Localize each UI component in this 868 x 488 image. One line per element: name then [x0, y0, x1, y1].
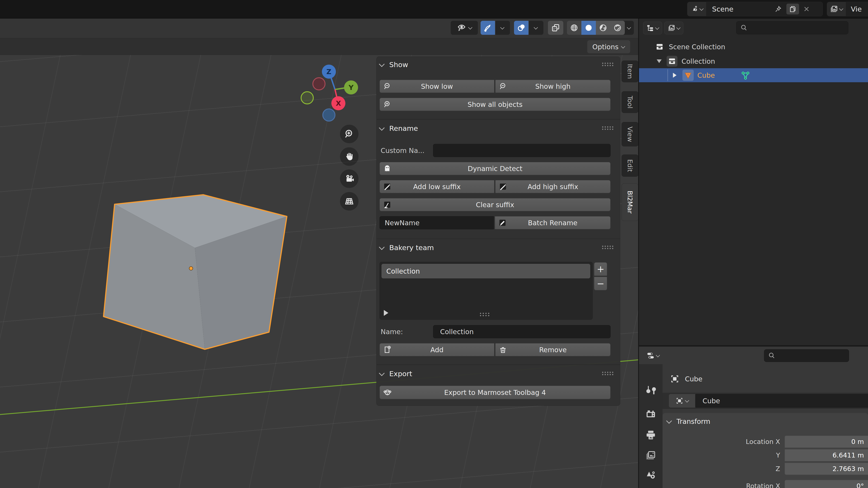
bakery-name-input[interactable]: Collection [433, 325, 611, 338]
view-layer-name[interactable]: Vie [851, 5, 862, 13]
dynamic-detect-button[interactable]: Dynamic Detect [379, 162, 611, 175]
bakery-name-value: Collection [440, 328, 473, 336]
sidebar-panel: Show Show low Show high Sho [376, 57, 620, 406]
close-x-icon[interactable] [803, 5, 810, 13]
properties-editor-type-button[interactable] [643, 349, 662, 362]
rotation-x-field[interactable]: 0° [784, 480, 868, 488]
new-scene-copy-button[interactable] [786, 4, 799, 14]
properties-search-input[interactable] [764, 349, 849, 362]
tab-tool[interactable]: Tool [622, 91, 638, 113]
object-visibility-button[interactable] [451, 21, 478, 35]
list-expand-triangle[interactable] [384, 310, 388, 316]
tab-bl2mar[interactable]: Bl2Mar [622, 184, 638, 221]
section-title: Show [389, 61, 408, 69]
bakery-add-button[interactable]: Add [379, 343, 494, 356]
gizmo-dropdown[interactable] [495, 21, 510, 35]
tab-label: View [626, 127, 634, 142]
batch-rename-button[interactable]: Batch Rename [495, 216, 611, 229]
button-label: Clear suffix [476, 201, 514, 209]
shading-solid-button[interactable] [581, 21, 596, 35]
location-z-field[interactable]: 2.7663 m [784, 463, 868, 475]
movie-camera-icon [344, 173, 355, 184]
gizmo-y-axis[interactable]: Y [344, 80, 358, 94]
pan-button[interactable] [340, 147, 359, 166]
list-add-button[interactable]: + [594, 262, 607, 276]
outliner-display-mode-button[interactable] [664, 22, 683, 34]
gizmo-x-axis[interactable]: X [331, 96, 345, 110]
overlays-dropdown[interactable] [529, 21, 544, 35]
gizmo-z-neg-axis[interactable] [322, 108, 336, 122]
hand-icon [344, 151, 354, 162]
options-dropdown[interactable]: Options [587, 40, 630, 53]
transform-panel-header[interactable]: Transform [668, 415, 710, 427]
add-low-suffix-button[interactable]: Add low suffix [379, 180, 494, 193]
list-item[interactable]: Collection [381, 264, 590, 278]
section-header-export[interactable]: Export [380, 367, 412, 380]
bakery-remove-button[interactable]: Remove [495, 343, 611, 356]
outliner-search-input[interactable] [736, 21, 848, 34]
section-title: Export [389, 369, 412, 378]
editor-divider-horizontal[interactable] [639, 345, 868, 347]
tab-item[interactable]: Item [622, 61, 638, 82]
outliner-row-scene-collection[interactable]: Scene Collection [639, 40, 868, 54]
section-header-show[interactable]: Show [380, 59, 408, 71]
breadcrumb-label[interactable]: Cube [685, 375, 702, 383]
tab-edit[interactable]: Edit [622, 155, 638, 177]
camera-view-button[interactable] [340, 169, 359, 188]
show-low-button[interactable]: Show low [379, 80, 494, 93]
clear-suffix-button[interactable]: Clear suffix [379, 198, 611, 211]
section-grip-export[interactable] [601, 371, 614, 376]
gizmo-y-neg-axis[interactable] [301, 91, 314, 104]
list-resize-grip[interactable] [479, 312, 490, 316]
outliner-tree-icon [646, 24, 654, 32]
export-marmoset-button[interactable]: Export to Marmoset Toolbag 4 [379, 386, 611, 399]
shading-material-button[interactable] [596, 21, 610, 35]
gizmo-z-axis[interactable]: Z [322, 65, 336, 78]
section-header-rename[interactable]: Rename [380, 122, 418, 134]
scene-browse-button[interactable] [687, 2, 706, 16]
xray-toggle[interactable] [548, 21, 563, 35]
outliner-row-collection[interactable]: Collection [639, 54, 868, 68]
bakery-list: Collection [379, 262, 593, 320]
location-y-field[interactable]: 6.6411 m [784, 449, 868, 461]
scene-properties-tab[interactable] [645, 469, 657, 481]
section-grip-show[interactable] [601, 62, 614, 67]
shading-wireframe-button[interactable] [567, 21, 581, 35]
location-x-field[interactable]: 0 m [784, 435, 868, 448]
render-properties-tab[interactable] [645, 409, 657, 420]
add-high-suffix-button[interactable]: Add high suffix [495, 180, 611, 193]
object-square-icon [675, 396, 684, 405]
tool-properties-tab[interactable] [645, 385, 657, 396]
view-layer-browse-button[interactable] [827, 2, 846, 16]
show-gizmo-toggle[interactable] [480, 21, 495, 35]
view-layer-properties-tab[interactable] [645, 450, 657, 461]
object-id-dropdown[interactable] [669, 394, 695, 408]
list-remove-button[interactable]: − [594, 277, 607, 290]
gizmo-x-neg-axis[interactable] [312, 77, 326, 90]
chevron-down-icon [666, 418, 672, 424]
view-layer-selector: Vie [827, 2, 868, 16]
disclosure-triangle-right-icon[interactable] [673, 73, 677, 78]
shading-dropdown[interactable] [625, 21, 634, 35]
output-properties-tab[interactable] [645, 429, 657, 441]
shading-rendered-button[interactable] [610, 21, 625, 35]
orthographic-toggle-button[interactable] [340, 192, 359, 210]
editor-divider-vertical[interactable] [638, 18, 639, 488]
pin-icon[interactable] [774, 5, 782, 13]
new-name-input[interactable]: NewName [379, 216, 494, 229]
disclosure-triangle-down-icon[interactable] [657, 59, 662, 63]
section-grip-rename[interactable] [601, 126, 614, 130]
section-grip-bakery[interactable] [601, 245, 614, 250]
show-all-objects-button[interactable]: Show all objects [379, 98, 611, 111]
object-name-input[interactable]: Cube [695, 394, 868, 408]
outliner-editor-type-button[interactable] [643, 22, 662, 34]
show-overlays-toggle[interactable] [514, 21, 528, 35]
show-high-button[interactable]: Show high [495, 80, 611, 93]
outliner-row-cube[interactable]: Cube [639, 68, 868, 82]
custom-name-input[interactable] [433, 144, 611, 157]
scene-name[interactable]: Scene [712, 5, 734, 13]
tab-view[interactable]: View [622, 122, 638, 147]
section-header-bakery-team[interactable]: Bakery team [380, 241, 434, 254]
cube-mesh[interactable] [95, 185, 298, 364]
zoom-button[interactable] [340, 125, 359, 143]
